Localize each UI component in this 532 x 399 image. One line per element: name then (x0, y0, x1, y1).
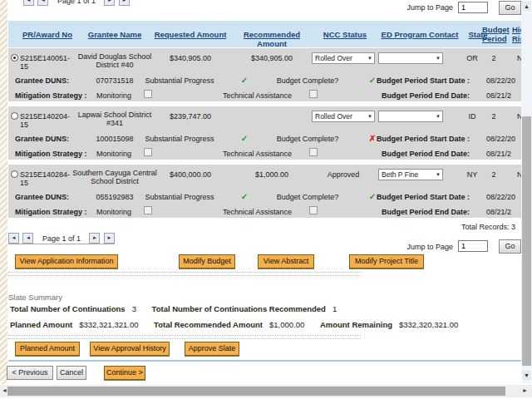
page-indicator: Page 1 of 1 (57, 0, 96, 5)
total-continuations-recommended-label: Total Number of Continuations Recommende… (152, 304, 326, 313)
ed-program-contact-select[interactable]: ▼ (378, 52, 443, 64)
pr-award-no: S215E140051-15 (20, 54, 78, 71)
monitoring-checkbox[interactable] (144, 206, 152, 214)
ncc-status-text: Approved (312, 170, 375, 179)
table-header: PR/Award No Grantee Name Requested Amoun… (8, 21, 521, 47)
budget-period: 2 (482, 170, 505, 179)
grantee-name: David Douglas School District #40 (71, 52, 158, 69)
column-header-grantee-name[interactable]: Grantee Name (71, 30, 158, 39)
award-record-row: S215E140051-15 David Douglas School Dist… (8, 48, 521, 101)
mitigation-strategy-label: Mitigation Strategy : (15, 91, 87, 100)
substantial-progress-label: Substantial Progress (138, 193, 221, 201)
horizontal-scrollbar[interactable]: ◄ ► (0, 385, 532, 397)
modify-budget-button[interactable]: Modify Budget (179, 254, 235, 268)
prev-page-button[interactable]: ◄ (37, 0, 48, 6)
previous-button[interactable]: < Previous (7, 366, 53, 380)
scroll-right-icon[interactable]: ► (522, 387, 528, 393)
prev-page-button[interactable]: ◄ (22, 233, 33, 244)
first-page-button[interactable]: ◄ (23, 0, 34, 6)
scroll-down-icon[interactable]: ▼ (521, 369, 532, 382)
grantee-duns-label: Grantee DUNS: (15, 76, 69, 85)
view-application-information-button[interactable]: View Application Information (15, 254, 118, 268)
budget-period-start-date: 08/22/20 (486, 135, 521, 143)
jump-to-page-input[interactable] (458, 240, 488, 252)
vertical-scrollbar-thumb[interactable] (522, 116, 531, 366)
check-icon: ✓ (236, 134, 253, 143)
next-page-button[interactable]: ► (89, 233, 100, 244)
go-button[interactable]: Go (499, 239, 521, 254)
budget-period-start-date: 08/22/20 (486, 76, 521, 85)
last-page-button[interactable]: ► (119, 0, 130, 6)
budget-period-start-label: Budget Period Start Date : (337, 193, 470, 201)
monitoring-checkbox[interactable] (144, 148, 152, 156)
jump-to-page-input[interactable] (458, 2, 488, 13)
total-continuations-recommended-value: 1 (332, 304, 337, 313)
slate-summary-amounts: Planned Amount$332,321,321.00 Total Reco… (10, 320, 471, 329)
approve-slate-button[interactable]: Approve Slate (185, 342, 239, 356)
substantial-progress-label: Substantial Progress (138, 76, 221, 85)
record-select-radio[interactable] (11, 112, 18, 120)
planned-amount-label: Planned Amount (10, 320, 72, 329)
slate-management-screen: { "icons": { "scroll_up": "▲", "scroll_d… (0, 0, 532, 399)
page-edge-pattern (0, 0, 7, 384)
ed-program-contact-select[interactable]: ▼ (378, 111, 443, 122)
budget-complete-label: Budget Complete? (274, 193, 341, 201)
requested-amount: $239,747.00 (149, 112, 232, 121)
mitigation-strategy-value: Monitoring (96, 91, 131, 100)
next-page-button[interactable]: ► (104, 0, 115, 6)
requested-amount: $400,000.00 (149, 170, 232, 179)
bottom-pager: ◄ ◄ Page 1 of 1 ► ► (8, 230, 115, 244)
total-recommended-amount-value: $1,000.00 (269, 320, 304, 329)
pr-award-no: S215E140204-15 (20, 112, 78, 129)
continue-button[interactable]: Continue > (104, 366, 145, 380)
chevron-down-icon: ▼ (434, 114, 442, 119)
column-header-ncc-status[interactable]: NCC Status (303, 30, 387, 39)
ncc-status-select[interactable]: Rolled Over▼ (312, 52, 375, 64)
slate-summary-counts: Total Number of Continuations3 Total Num… (10, 304, 350, 313)
budget-period-start-label: Budget Period Start Date : (337, 76, 470, 85)
modify-project-title-button[interactable]: Modify Project Title (349, 254, 424, 268)
column-header-high-risk[interactable]: HighRisk (512, 25, 521, 43)
budget-period-start-date: 08/22/20 (486, 193, 521, 201)
technical-assistance-checkbox[interactable] (309, 148, 318, 156)
planned-amount-button[interactable]: Planned Amount (15, 342, 80, 356)
scroll-left-icon[interactable]: ◄ (2, 387, 7, 393)
grantee-name: Lapwai School District #341 (71, 111, 158, 127)
monitoring-checkbox[interactable] (144, 90, 152, 98)
amount-remaining-value: $332,320,321.00 (399, 320, 458, 329)
ncc-status-select[interactable]: Rolled Over▼ (312, 111, 375, 122)
top-pager: ◄ ◄ Page 1 of 1 ► ► (23, 0, 130, 5)
chevron-down-icon: ▼ (366, 114, 374, 119)
award-record-row: S215E140284-15 Southern Cayuga Central S… (8, 165, 521, 218)
budget-period-end-label: Budget Period End Date: (337, 91, 470, 100)
budget-complete-label: Budget Complete? (274, 76, 341, 85)
view-abstract-button[interactable]: View Abstract (258, 254, 314, 268)
record-select-radio[interactable] (11, 170, 18, 178)
substantial-progress-label: Substantial Progress (138, 135, 221, 143)
column-header-ed-program-contact[interactable]: ED Program Contact (378, 30, 461, 39)
go-button[interactable]: Go (499, 1, 521, 15)
record-select-radio[interactable] (11, 54, 18, 62)
total-recommended-amount-label: Total Recommended Amount (154, 320, 263, 329)
ed-program-contact-select[interactable]: Beth P Fine▼ (378, 169, 443, 180)
vertical-scrollbar[interactable]: ▲ ▼ (521, 0, 532, 383)
column-header-budget-period[interactable]: BudgetPeriod (482, 25, 505, 43)
mitigation-strategy-label: Mitigation Strategy : (15, 208, 87, 216)
technical-assistance-checkbox[interactable] (309, 90, 318, 98)
requested-amount: $340,905.00 (149, 54, 232, 62)
chevron-down-icon: ▼ (434, 56, 442, 61)
cancel-button[interactable]: Cancel (57, 366, 86, 380)
horizontal-scrollbar-thumb[interactable] (7, 387, 505, 396)
technical-assistance-checkbox[interactable] (309, 206, 318, 214)
budget-complete-label: Budget Complete? (274, 135, 341, 143)
grantee-duns-label: Grantee DUNS: (15, 135, 69, 143)
mitigation-strategy-label: Mitigation Strategy : (15, 150, 87, 158)
last-page-button[interactable]: ► (104, 233, 115, 244)
dotted-separator (8, 272, 361, 276)
column-header-requested-amount[interactable]: Requested Amount (149, 30, 232, 39)
column-header-recommended-amount[interactable]: Recommended Amount (230, 30, 313, 47)
first-page-button[interactable]: ◄ (8, 233, 19, 244)
view-approval-history-button[interactable]: View Approval History (90, 342, 170, 356)
scroll-up-icon[interactable]: ▲ (521, 0, 532, 12)
budget-period-start-label: Budget Period Start Date : (337, 135, 470, 143)
